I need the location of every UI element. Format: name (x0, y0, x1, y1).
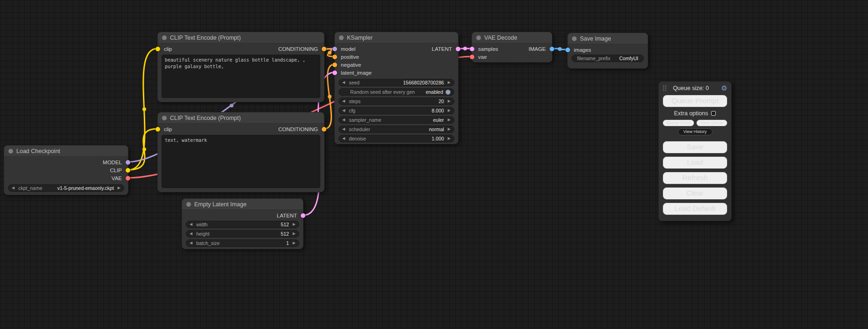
load-default-button[interactable]: Load Default (663, 203, 727, 215)
collapse-dot-icon[interactable] (8, 149, 13, 154)
node-title-bar[interactable]: VAE Decode (472, 32, 552, 43)
node-title: CLIP Text Encode (Prompt) (170, 35, 241, 41)
decrement-arrow-icon[interactable]: ◀ (190, 232, 192, 236)
node-title-bar[interactable]: Load Checkpoint (4, 146, 128, 157)
images-input-socket[interactable] (565, 48, 570, 52)
load-button[interactable]: Load (663, 156, 727, 169)
slot-row: latent_image (335, 69, 458, 77)
view-history-button[interactable]: View History (678, 128, 713, 135)
increment-arrow-icon[interactable]: ▶ (448, 81, 451, 84)
seed-widget[interactable]: ◀ seed 156680208700286 ▶ (339, 79, 454, 86)
node-title-bar[interactable]: Save Image (568, 33, 648, 44)
denoise-widget[interactable]: ◀ denoise 1.000 ▶ (339, 135, 454, 142)
clip-output-socket[interactable] (126, 168, 130, 173)
wire-midpoint-dot (328, 51, 332, 55)
width-widget[interactable]: ◀ width 512 ▶ (186, 221, 299, 228)
slot-label: LATENT (432, 46, 452, 52)
decrement-arrow-icon[interactable]: ◀ (12, 186, 14, 190)
widget-value: 20 (438, 98, 444, 104)
queue-front-button[interactable]: Queue Front (663, 119, 694, 126)
latent-output-socket[interactable] (301, 213, 305, 218)
negative-input-socket[interactable] (332, 63, 337, 67)
node-title-bar[interactable]: KSampler (335, 32, 458, 43)
node-load-checkpoint[interactable]: Load Checkpoint MODEL CLIP VAE ◀ ckpt_na… (4, 145, 128, 195)
decrement-arrow-icon[interactable]: ◀ (342, 99, 345, 103)
increment-arrow-icon[interactable]: ▶ (293, 223, 296, 226)
decrement-arrow-icon[interactable]: ◀ (342, 137, 345, 140)
collapse-dot-icon[interactable] (162, 116, 167, 120)
collapse-dot-icon[interactable] (339, 35, 344, 40)
queue-size-label: Queue size: 0 (673, 85, 709, 91)
vae-output-socket[interactable] (126, 176, 130, 181)
positive-prompt-textarea[interactable]: beautiful scenery nature glass bottle la… (162, 55, 320, 98)
toggle-knob[interactable] (445, 90, 451, 95)
comfyui-canvas[interactable]: { "colors": { "model": "#B39DDB", "clip"… (0, 0, 868, 329)
cfg-widget[interactable]: ◀ cfg 8.000 ▶ (339, 107, 454, 114)
conditioning-output-socket[interactable] (322, 127, 326, 132)
extra-options-checkbox[interactable] (711, 111, 716, 116)
scheduler-widget[interactable]: ◀ scheduler normal ▶ (339, 126, 454, 133)
positive-input-socket[interactable] (332, 55, 337, 59)
node-title-bar[interactable]: Empty Latent Image (182, 199, 303, 210)
decrement-arrow-icon[interactable]: ◀ (342, 81, 345, 84)
increment-arrow-icon[interactable]: ▶ (448, 137, 451, 140)
slot-label: IMAGE (529, 46, 546, 52)
image-output-socket[interactable] (550, 47, 554, 51)
node-clip-text-encode-negative[interactable]: CLIP Text Encode (Prompt) clip CONDITION… (157, 112, 325, 192)
decrement-arrow-icon[interactable]: ◀ (190, 223, 192, 226)
node-ksampler[interactable]: KSampler model LATENT positive negative … (334, 32, 459, 144)
output-slot-clip: CLIP (4, 166, 128, 174)
collapse-dot-icon[interactable] (162, 35, 167, 40)
increment-arrow-icon[interactable]: ▶ (448, 99, 451, 103)
decrement-arrow-icon[interactable]: ◀ (190, 241, 192, 245)
node-title: Load Checkpoint (16, 148, 60, 154)
settings-gear-icon[interactable]: ⚙ (721, 84, 727, 91)
queue-panel[interactable]: Queue size: 0 ⚙ Queue Prompt Extra optio… (658, 81, 732, 221)
random-seed-toggle-widget[interactable]: Random seed after every gen enabled (339, 88, 454, 96)
model-input-socket[interactable] (332, 47, 337, 51)
latent-output-socket[interactable] (456, 47, 460, 51)
slot-row: images (568, 46, 648, 54)
increment-arrow-icon[interactable]: ▶ (293, 232, 296, 236)
collapse-dot-icon[interactable] (572, 36, 577, 41)
collapse-dot-icon[interactable] (186, 202, 191, 207)
node-clip-text-encode-positive[interactable]: CLIP Text Encode (Prompt) clip CONDITION… (157, 32, 325, 102)
decrement-arrow-icon[interactable]: ◀ (342, 127, 345, 131)
samples-input-socket[interactable] (470, 47, 474, 51)
collapse-dot-icon[interactable] (476, 35, 481, 40)
decrement-arrow-icon[interactable]: ◀ (342, 118, 345, 122)
batch-size-widget[interactable]: ◀ batch_size 1 ▶ (186, 239, 299, 247)
increment-arrow-icon[interactable]: ▶ (448, 118, 451, 122)
save-button[interactable]: Save (663, 141, 727, 154)
conditioning-output-socket[interactable] (322, 47, 326, 51)
model-output-socket[interactable] (126, 160, 130, 165)
increment-arrow-icon[interactable]: ▶ (293, 241, 296, 245)
queue-prompt-button[interactable]: Queue Prompt (663, 95, 727, 107)
increment-arrow-icon[interactable]: ▶ (448, 109, 451, 112)
clip-input-socket[interactable] (155, 127, 160, 132)
view-queue-button[interactable]: View Queue (696, 119, 728, 126)
height-widget[interactable]: ◀ height 512 ▶ (186, 230, 299, 238)
node-vae-decode[interactable]: VAE Decode samples IMAGE vae (472, 32, 552, 63)
decrement-arrow-icon[interactable]: ◀ (342, 109, 345, 112)
negative-prompt-textarea[interactable]: text, watermark (162, 135, 320, 188)
drag-handle-icon[interactable] (663, 85, 667, 91)
vae-input-socket[interactable] (470, 55, 474, 59)
node-empty-latent-image[interactable]: Empty Latent Image LATENT ◀ width 512 ▶ … (182, 198, 303, 249)
node-save-image[interactable]: Save Image images filename_prefix ComfyU… (567, 33, 648, 69)
sampler-name-widget[interactable]: ◀ sampler_name euler ▶ (339, 116, 454, 124)
slot-label: negative (341, 62, 361, 68)
clear-button[interactable]: Clear (663, 187, 727, 200)
ckpt-name-widget[interactable]: ◀ ckpt_name v1-5-pruned-emaonly.ckpt ▶ (8, 184, 124, 192)
filename-prefix-widget[interactable]: filename_prefix ComfyUI (572, 55, 644, 62)
slot-label: samples (478, 46, 498, 52)
refresh-button[interactable]: Refresh (663, 172, 727, 184)
widget-label: Random seed after every gen (350, 89, 415, 95)
steps-widget[interactable]: ◀ steps 20 ▶ (339, 98, 454, 105)
increment-arrow-icon[interactable]: ▶ (448, 127, 451, 131)
latent-image-input-socket[interactable] (332, 70, 337, 75)
node-title-bar[interactable]: CLIP Text Encode (Prompt) (158, 112, 324, 124)
node-title-bar[interactable]: CLIP Text Encode (Prompt) (158, 32, 324, 43)
increment-arrow-icon[interactable]: ▶ (118, 186, 120, 190)
clip-input-socket[interactable] (155, 47, 160, 51)
